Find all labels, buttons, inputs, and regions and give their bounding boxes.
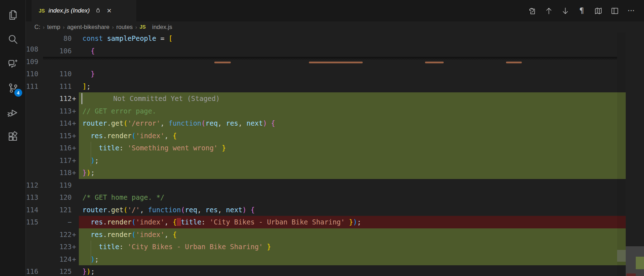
- line-number-new[interactable]: 115: [43, 130, 72, 142]
- line-number-old[interactable]: [26, 92, 43, 105]
- line-number-new[interactable]: 116: [43, 142, 72, 154]
- added-line-marker: +: [72, 154, 79, 167]
- line-number-new[interactable]: 114: [43, 117, 72, 130]
- tab-close-icon[interactable]: ✕: [106, 8, 111, 14]
- line-number-old[interactable]: [26, 154, 43, 167]
- code-token: ): [91, 255, 95, 263]
- breadcrumb-item[interactable]: C:: [34, 24, 40, 30]
- line-number-new[interactable]: 124: [43, 253, 72, 266]
- code-line-content[interactable]: router.get('/error', function(req, res, …: [79, 117, 626, 130]
- code-token: '/error': [128, 119, 161, 127]
- render-whitespace-icon[interactable]: ¶: [576, 5, 587, 16]
- scrollbar-slider[interactable]: [617, 250, 626, 262]
- breadcrumb-file[interactable]: JSindex.js: [139, 24, 172, 30]
- line-number-new[interactable]: 117: [43, 154, 72, 167]
- code-token: [82, 231, 91, 238]
- code-token: [263, 243, 267, 251]
- code-line-content[interactable]: Not Committed Yet (Staged): [79, 92, 626, 105]
- source-control-icon[interactable]: 4: [0, 76, 26, 100]
- vertical-scrollbar[interactable]: [617, 32, 626, 276]
- code-line-content[interactable]: /* GET home page. */: [79, 191, 626, 204]
- breadcrumb-item[interactable]: temp: [47, 24, 61, 30]
- code-line-content[interactable]: );: [79, 253, 626, 266]
- removed-line-marker[interactable]: −: [43, 216, 72, 228]
- line-number-new[interactable]: 121: [43, 204, 72, 216]
- added-line-marker: +: [72, 253, 79, 266]
- line-number-old[interactable]: [26, 142, 43, 154]
- line-number-old[interactable]: 110: [26, 68, 43, 80]
- more-actions-icon[interactable]: ···: [625, 5, 637, 16]
- line-number-new[interactable]: 123: [43, 241, 72, 253]
- line-number-old[interactable]: [26, 241, 43, 253]
- previous-change-icon[interactable]: [543, 5, 554, 16]
- line-number-old[interactable]: [26, 253, 43, 266]
- line-number-old[interactable]: 113: [26, 191, 43, 204]
- code-token: ;: [86, 82, 90, 90]
- split-editor-icon[interactable]: [609, 5, 620, 16]
- line-number-old[interactable]: [26, 105, 43, 117]
- line-number-new[interactable]: 111: [43, 80, 72, 93]
- added-line-marker: [72, 32, 79, 45]
- line-number-new[interactable]: 106: [43, 45, 72, 57]
- line-number-old[interactable]: 112: [26, 179, 43, 192]
- added-line-marker: +: [72, 92, 79, 105]
- code-token: ): [86, 267, 90, 275]
- code-line-content[interactable]: router.get('/', function(req, res, next)…: [79, 204, 626, 216]
- code-line-content[interactable]: }: [79, 68, 626, 80]
- code-line-content[interactable]: res.render('index', {: [79, 228, 626, 241]
- open-changes-icon[interactable]: [526, 5, 538, 16]
- line-number-old[interactable]: 111: [26, 80, 43, 93]
- code-line-content[interactable]: title: 'City Bikes - Urban Bike Sharing'…: [79, 241, 626, 253]
- line-number-new[interactable]: 113: [43, 105, 72, 117]
- code-line-content[interactable]: );: [79, 154, 626, 167]
- code-token: ,: [160, 119, 168, 127]
- line-number-new[interactable]: 118: [43, 166, 72, 179]
- code-line: 110110 }: [26, 68, 644, 80]
- tab-indexjs[interactable]: JS index.js (Index) ✕: [32, 0, 136, 21]
- js-file-icon: JS: [39, 8, 45, 14]
- code-line-content[interactable]: });: [79, 265, 626, 276]
- line-number-new[interactable]: 125: [43, 265, 72, 276]
- line-number-old[interactable]: 114: [26, 204, 43, 216]
- code-line-content[interactable]: res.render('index', {: [79, 130, 626, 142]
- map-outline-icon[interactable]: [592, 5, 604, 16]
- explorer-icon[interactable]: [0, 3, 26, 27]
- line-number-new[interactable]: 119: [43, 179, 72, 192]
- line-number-old[interactable]: [26, 117, 43, 130]
- minimap[interactable]: [626, 246, 644, 276]
- line-number-new[interactable]: 110: [43, 68, 72, 80]
- line-number-old[interactable]: 108: [26, 43, 43, 55]
- line-number-old[interactable]: 109: [26, 55, 43, 68]
- code-token: '/': [128, 206, 140, 214]
- code-token: next: [247, 119, 263, 127]
- code-line-content[interactable]: res.render('index', { title: 'City Bikes…: [79, 216, 626, 228]
- search-icon[interactable]: [0, 27, 26, 52]
- code-token: [345, 218, 349, 226]
- line-number-new[interactable]: 122: [43, 228, 72, 241]
- code-token: 'City Bikes - Urban Bike Sharing': [128, 243, 263, 251]
- line-number-old[interactable]: [26, 228, 43, 241]
- breadcrumb-item[interactable]: routes: [116, 24, 133, 30]
- code-line-content[interactable]: title: 'Something went wrong' }: [79, 142, 626, 154]
- line-number-new[interactable]: 80: [43, 32, 72, 45]
- code-line-content[interactable]: [79, 179, 626, 192]
- line-number-old[interactable]: 116: [26, 265, 43, 276]
- sticky-scroll[interactable]: 80const samplePeople = [106 {: [43, 32, 617, 57]
- line-number-old[interactable]: 115: [26, 216, 43, 228]
- line-number-old[interactable]: [26, 130, 43, 142]
- code-token: =: [156, 34, 168, 42]
- run-debug-icon[interactable]: [0, 100, 26, 125]
- line-number-new[interactable]: 120: [43, 191, 72, 204]
- extensions-icon[interactable]: [0, 125, 26, 149]
- code-token: req: [205, 119, 218, 127]
- line-number-old[interactable]: [26, 166, 43, 179]
- chat-copilot-icon[interactable]: [0, 52, 26, 76]
- next-change-icon[interactable]: [559, 5, 571, 16]
- line-number-new[interactable]: 112: [43, 92, 72, 105]
- code-line-content[interactable]: const samplePeople = [: [79, 32, 599, 45]
- code-line-content[interactable]: });: [79, 166, 626, 179]
- breadcrumb-item[interactable]: agent-bikeshare: [67, 24, 109, 30]
- code-line-content[interactable]: {: [79, 45, 599, 57]
- code-line-content[interactable]: // GET error page.: [79, 105, 626, 117]
- code-line-content[interactable]: ];: [79, 80, 626, 93]
